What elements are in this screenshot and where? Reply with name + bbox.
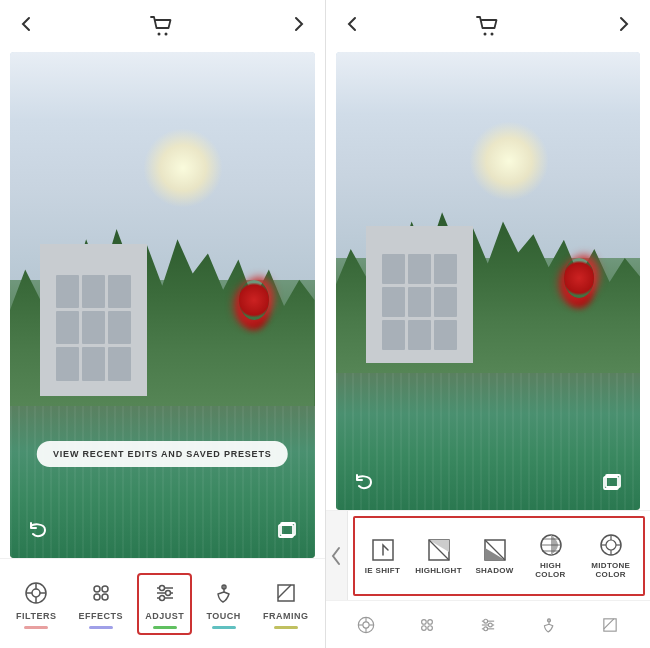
effects-mini-icon[interactable] (416, 614, 438, 636)
svg-point-13 (102, 594, 108, 600)
svg-point-55 (483, 619, 487, 623)
right-panel: IE SHIFT HIGHLIGHT (326, 0, 651, 648)
svg-point-10 (94, 586, 100, 592)
right-undo-button[interactable] (348, 466, 380, 498)
svg-point-0 (158, 33, 161, 36)
mini-toolbar (326, 600, 651, 648)
touch-tool[interactable]: TOUCH (198, 573, 248, 635)
highlight-tool[interactable]: HIGHLIGHT (411, 518, 467, 594)
svg-point-48 (421, 619, 426, 624)
ie-shift-icon (370, 537, 396, 563)
ie-shift-tool[interactable]: IE SHIFT (355, 518, 411, 594)
svg-point-24 (490, 33, 493, 36)
filters-mini-icon[interactable] (355, 614, 377, 636)
adjust-icon (151, 579, 179, 607)
adjust-tools-scroll: IE SHIFT HIGHLIGHT (353, 516, 646, 596)
view-recent-button[interactable]: VIEW RECENT EDITS AND SAVED PRESETS (37, 441, 288, 467)
midtone-color-label: MIDTONE COLOR (587, 561, 636, 579)
svg-point-1 (165, 33, 168, 36)
left-header (0, 0, 325, 52)
svg-point-12 (94, 594, 100, 600)
ie-shift-label: IE SHIFT (365, 566, 400, 575)
left-back-button[interactable] (18, 15, 36, 38)
adjust-label: ADJUST (145, 611, 184, 621)
framing-label: FRAMING (263, 611, 309, 621)
high-color-label: HIGH COLOR (531, 561, 571, 579)
framing-icon (272, 579, 300, 607)
effects-dot (89, 626, 113, 629)
effects-icon (87, 579, 115, 607)
effects-tool[interactable]: EFFECTS (71, 573, 132, 635)
stack-button[interactable] (271, 514, 303, 546)
left-forward-button[interactable] (289, 15, 307, 38)
high-color-tool[interactable]: HIGH COLOR (523, 518, 579, 594)
effects-label: EFFECTS (79, 611, 124, 621)
filters-tool[interactable]: FILTERS (8, 573, 64, 635)
svg-line-22 (278, 585, 291, 598)
right-back-button[interactable] (344, 15, 362, 38)
highlight-label: HIGHLIGHT (415, 566, 462, 575)
shadow-label: SHADOW (475, 566, 513, 575)
shadow-tool[interactable]: SHADOW (467, 518, 523, 594)
filters-label: FILTERS (16, 611, 56, 621)
right-stack-button[interactable] (596, 466, 628, 498)
svg-point-50 (421, 625, 426, 630)
svg-point-49 (428, 619, 433, 624)
right-cart-icon[interactable] (475, 15, 501, 37)
svg-point-43 (363, 621, 369, 627)
touch-icon (210, 579, 238, 607)
framing-dot (274, 626, 298, 629)
left-panel: VIEW RECENT EDITS AND SAVED PRESETS (0, 0, 325, 648)
framing-tool[interactable]: FRAMING (255, 573, 317, 635)
framing-mini-icon[interactable] (599, 614, 621, 636)
undo-button[interactable] (22, 514, 54, 546)
left-cart-icon[interactable] (149, 15, 175, 37)
filters-icon (22, 579, 50, 607)
touch-mini-icon[interactable] (538, 614, 560, 636)
shadow-icon (482, 537, 508, 563)
svg-rect-59 (603, 618, 615, 630)
svg-point-57 (483, 626, 487, 630)
right-header (326, 0, 651, 52)
svg-point-23 (483, 33, 486, 36)
highlight-icon (426, 537, 452, 563)
high-color-icon (538, 532, 564, 558)
right-photo (336, 52, 641, 510)
adjust-strip: IE SHIFT HIGHLIGHT (326, 510, 651, 600)
svg-point-17 (159, 585, 164, 590)
svg-point-51 (428, 625, 433, 630)
touch-dot (212, 626, 236, 629)
svg-rect-21 (278, 585, 294, 601)
strip-back-arrow[interactable] (326, 511, 348, 601)
adjust-dot (153, 626, 177, 629)
adjust-tool[interactable]: ADJUST (137, 573, 192, 635)
svg-point-11 (102, 586, 108, 592)
midtone-color-tool[interactable]: MIDTONE COLOR (579, 518, 644, 594)
midtone-color-icon (598, 532, 624, 558)
left-photo: VIEW RECENT EDITS AND SAVED PRESETS (10, 52, 315, 558)
svg-point-37 (606, 540, 616, 550)
touch-label: TOUCH (206, 611, 240, 621)
svg-point-56 (488, 623, 492, 627)
svg-line-60 (603, 618, 613, 628)
left-toolbar: FILTERS EFFECTS (0, 558, 325, 648)
svg-point-5 (32, 589, 40, 597)
adjust-mini-icon[interactable] (477, 614, 499, 636)
filters-dot (24, 626, 48, 629)
svg-point-18 (165, 590, 170, 595)
right-forward-button[interactable] (614, 15, 632, 38)
svg-point-19 (159, 595, 164, 600)
